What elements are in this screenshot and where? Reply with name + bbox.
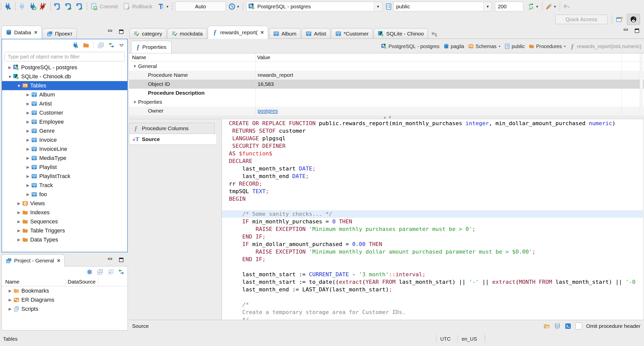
editor-tab-rewards-report-[interactable]: ƒrewards_report(× bbox=[208, 26, 268, 39]
locale-label[interactable]: en_US bbox=[462, 336, 477, 342]
rollback-button[interactable]: Rollback bbox=[132, 4, 152, 10]
grid-scrollbar[interactable] bbox=[640, 53, 643, 115]
omit-procedure-header-checkbox[interactable] bbox=[575, 323, 582, 329]
property-row-procedure-description[interactable]: Procedure Description bbox=[129, 89, 644, 98]
minimize-icon[interactable] bbox=[623, 28, 629, 34]
project-item-bookmarks[interactable]: ▶Bookmarks bbox=[2, 286, 128, 295]
tree-item-invoice[interactable]: ▶Invoice bbox=[2, 135, 127, 145]
toolbar-handle[interactable] bbox=[172, 3, 173, 10]
collapse-all-icon[interactable] bbox=[98, 42, 104, 49]
editor-tab-album[interactable]: Album bbox=[269, 28, 301, 39]
tree-item-track[interactable]: ▶Track bbox=[2, 181, 127, 190]
tree-item-foo[interactable]: ▶foo bbox=[2, 190, 127, 199]
sash-arrows[interactable]: ▲▼ bbox=[383, 115, 394, 119]
project-item-er-diagrams[interactable]: ▶ER Diagrams bbox=[2, 295, 128, 304]
tree-item-employee[interactable]: ▶Employee bbox=[2, 117, 127, 126]
group-collapse-icon[interactable]: ▼ bbox=[133, 64, 137, 68]
tab-projects[interactable]: Проект bbox=[43, 28, 77, 39]
tree-item-invoiceline[interactable]: ▶InvoiceLine bbox=[2, 145, 127, 154]
property-row-owner[interactable]: Ownerpostgres bbox=[129, 107, 644, 116]
tree-item-playlist[interactable]: ▶Playlist bbox=[2, 163, 127, 172]
toolbar-handle[interactable] bbox=[15, 3, 16, 10]
column-name[interactable]: Name bbox=[2, 279, 65, 285]
breadcrumb-postgresql-postgres[interactable]: PostgreSQL - postgres bbox=[381, 44, 439, 49]
tree-item-postgresql-postgres[interactable]: ▶PostgreSQL - postgres bbox=[2, 63, 127, 72]
collapse-all-icon[interactable] bbox=[97, 269, 103, 275]
grid-column-value[interactable]: Value bbox=[257, 54, 270, 60]
transaction-mode-button[interactable] bbox=[157, 3, 165, 10]
back-button[interactable] bbox=[563, 3, 570, 10]
tab-properties[interactable]: ƒ Properties bbox=[131, 41, 172, 53]
rollback-icon[interactable] bbox=[123, 3, 130, 10]
active-connection-combo[interactable]: PostgreSQL - postgres ▼ bbox=[247, 2, 382, 11]
view-menu-icon[interactable] bbox=[119, 43, 124, 48]
editor-tab--customer[interactable]: *Customer bbox=[331, 28, 373, 39]
expand-all-icon[interactable] bbox=[107, 269, 114, 275]
breadcrumb-procedures[interactable]: Procedures▾ bbox=[529, 44, 566, 49]
tab-database-navigator[interactable]: Databa × bbox=[2, 26, 42, 39]
open-perspective-button[interactable] bbox=[616, 16, 623, 23]
new-connection-button[interactable] bbox=[4, 3, 12, 10]
tab-overflow-indicator[interactable]: »5 bbox=[431, 30, 437, 37]
save-to-file-icon[interactable] bbox=[554, 323, 561, 329]
toolbar-handle[interactable] bbox=[50, 3, 51, 10]
dbeaver-perspective-button[interactable] bbox=[627, 14, 640, 25]
transaction-log-button[interactable] bbox=[228, 3, 236, 10]
refresh-button[interactable] bbox=[527, 3, 535, 10]
source-code[interactable]: CREATE OR REPLACE FUNCTION public.reward… bbox=[222, 119, 643, 320]
tree-item-table-triggers[interactable]: ▶Table Triggers bbox=[2, 226, 127, 235]
toolbar-handle[interactable] bbox=[542, 3, 543, 10]
expand-arrow-icon[interactable]: ▶ bbox=[16, 219, 22, 224]
expand-arrow-icon[interactable]: ▶ bbox=[7, 298, 13, 302]
subtab-procedure-columns[interactable]: ƒProcedure Columns bbox=[129, 123, 215, 134]
breadcrumb-public[interactable]: public bbox=[504, 44, 525, 49]
property-row-procedure-name[interactable]: Procedure Namerewards_report bbox=[129, 71, 644, 80]
tree-item-indexes[interactable]: ▶Indexes bbox=[2, 208, 127, 217]
open-sql-editor-button[interactable] bbox=[64, 3, 72, 10]
link-with-editor-icon[interactable] bbox=[118, 269, 125, 275]
toolbar-handle[interactable] bbox=[559, 3, 560, 10]
collapse-arrow-icon[interactable]: ▼ bbox=[16, 84, 22, 88]
tree-item-customer[interactable]: ▶Customer bbox=[2, 108, 127, 117]
new-connection-icon[interactable] bbox=[72, 42, 79, 49]
connect-button[interactable] bbox=[18, 3, 26, 10]
new-sql-editor-button[interactable] bbox=[75, 3, 83, 10]
tree-item-artist[interactable]: ▶Artist bbox=[2, 99, 127, 108]
tree-item-genre[interactable]: ▶Genre bbox=[2, 126, 127, 135]
compose-caret[interactable]: ▼ bbox=[553, 5, 557, 9]
gear-icon[interactable] bbox=[86, 269, 93, 275]
expand-arrow-icon[interactable]: ▶ bbox=[16, 210, 22, 215]
compose-button[interactable] bbox=[545, 3, 553, 10]
expand-arrow-icon[interactable]: ▶ bbox=[16, 228, 22, 233]
expand-arrow-icon[interactable]: ▶ bbox=[25, 165, 31, 169]
reconnect-button[interactable] bbox=[29, 3, 36, 10]
editor-tab-artist[interactable]: Artist bbox=[301, 28, 330, 39]
expand-arrow-icon[interactable]: ▶ bbox=[25, 111, 31, 115]
expand-arrow-icon[interactable]: ▶ bbox=[7, 289, 13, 293]
property-row-object-id[interactable]: Object ID16,583 bbox=[129, 80, 644, 89]
expand-arrow-icon[interactable]: ▶ bbox=[16, 237, 22, 242]
property-value-link[interactable]: postgres bbox=[258, 108, 278, 114]
project-item-scripts[interactable]: ▶Scripts bbox=[2, 304, 128, 314]
column-datasource[interactable]: DataSource bbox=[65, 279, 98, 285]
transaction-log-caret[interactable]: ▼ bbox=[236, 5, 240, 9]
schema-combo-arrow[interactable]: ▼ bbox=[484, 2, 492, 11]
close-icon[interactable]: × bbox=[261, 29, 264, 36]
sql-editor-button[interactable] bbox=[53, 3, 61, 10]
grid-column-name[interactable]: Name bbox=[132, 54, 146, 60]
disconnect-button[interactable] bbox=[39, 3, 47, 10]
load-from-file-icon[interactable] bbox=[544, 323, 550, 329]
expand-arrow-icon[interactable]: ▶ bbox=[16, 201, 22, 206]
expand-arrow-icon[interactable]: ▶ bbox=[25, 138, 31, 142]
expand-arrow-icon[interactable]: ▶ bbox=[25, 183, 31, 188]
toolbar-handle[interactable] bbox=[243, 3, 244, 10]
expand-arrow-icon[interactable]: ▶ bbox=[25, 174, 31, 179]
expand-arrow-icon[interactable]: ▶ bbox=[25, 101, 31, 106]
tree-item-views[interactable]: ▶Views bbox=[2, 199, 127, 208]
dropdown-caret-icon[interactable]: ▾ bbox=[499, 45, 500, 48]
timezone-label[interactable]: UTC bbox=[440, 336, 451, 342]
refresh-caret[interactable]: ▼ bbox=[536, 5, 539, 9]
editor-tab-sqlite-chinoo[interactable]: SQLite - Chinoo bbox=[374, 28, 428, 39]
maximize-icon[interactable] bbox=[634, 28, 640, 34]
property-row-general[interactable]: ▼General bbox=[129, 62, 644, 71]
